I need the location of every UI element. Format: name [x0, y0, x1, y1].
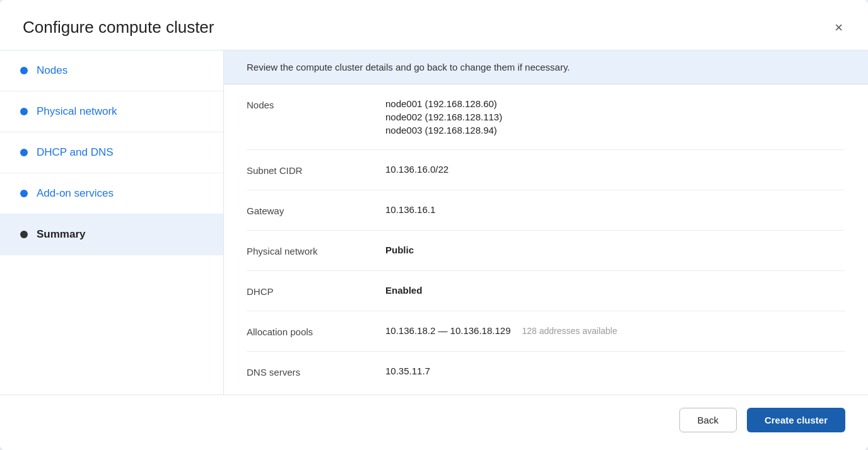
- sidebar-label-nodes: Nodes: [37, 64, 67, 77]
- detail-label-physical-network: Physical network: [247, 245, 385, 257]
- detail-value-nodes: node001 (192.168.128.60)node002 (192.168…: [385, 98, 502, 136]
- detail-value-allocation-pools: 10.136.18.2 — 10.136.18.129128 addresses…: [385, 325, 618, 336]
- detail-value-dhcp: Enabled: [385, 285, 422, 296]
- detail-row-subnet-cidr: Subnet CIDR10.136.16.0/22: [247, 150, 845, 190]
- details-table: Nodesnode001 (192.168.128.60)node002 (19…: [224, 84, 868, 395]
- detail-row-allocation-pools: Allocation pools10.136.18.2 — 10.136.18.…: [247, 311, 845, 352]
- detail-label-nodes: Nodes: [247, 98, 385, 110]
- sidebar-dot-physical-network: [20, 108, 28, 115]
- sidebar: NodesPhysical networkDHCP and DNSAdd-on …: [0, 50, 224, 395]
- detail-row-gateway: Gateway10.136.16.1: [247, 190, 845, 231]
- sidebar-label-dhcp-dns: DHCP and DNS: [37, 146, 114, 159]
- detail-row-nodes: Nodesnode001 (192.168.128.60)node002 (19…: [247, 84, 845, 150]
- sidebar-dot-summary: [20, 231, 28, 238]
- detail-label-dns-servers: DNS servers: [247, 366, 385, 378]
- detail-row-dns-servers: DNS servers10.35.11.7: [247, 352, 845, 391]
- dialog-body: NodesPhysical networkDHCP and DNSAdd-on …: [0, 50, 868, 395]
- sidebar-label-summary: Summary: [37, 228, 85, 241]
- detail-label-subnet-cidr: Subnet CIDR: [247, 164, 385, 176]
- sidebar-dot-dhcp-dns: [20, 149, 28, 156]
- info-bar-text: Review the compute cluster details and g…: [247, 62, 570, 72]
- dialog-footer: Back Create cluster: [0, 395, 868, 450]
- dialog-header: Configure compute cluster ×: [0, 0, 868, 50]
- detail-value-dns-servers: 10.35.11.7: [385, 366, 430, 376]
- sidebar-item-summary[interactable]: Summary: [0, 214, 223, 255]
- sidebar-item-add-on-services[interactable]: Add-on services: [0, 173, 223, 214]
- info-bar: Review the compute cluster details and g…: [224, 50, 868, 84]
- detail-label-allocation-pools: Allocation pools: [247, 325, 385, 337]
- back-button[interactable]: Back: [679, 408, 737, 432]
- sidebar-dot-nodes: [20, 67, 28, 74]
- close-button[interactable]: ×: [832, 18, 845, 37]
- detail-row-physical-network: Physical networkPublic: [247, 231, 845, 271]
- detail-label-gateway: Gateway: [247, 204, 385, 216]
- detail-hint-allocation-pools: 128 addresses available: [522, 326, 618, 336]
- sidebar-label-physical-network: Physical network: [37, 105, 117, 118]
- sidebar-dot-add-on-services: [20, 190, 28, 197]
- create-cluster-button[interactable]: Create cluster: [747, 408, 845, 432]
- configure-cluster-dialog: Configure compute cluster × NodesPhysica…: [0, 0, 868, 450]
- main-content: Review the compute cluster details and g…: [224, 50, 868, 395]
- detail-label-dhcp: DHCP: [247, 285, 385, 297]
- dialog-title: Configure compute cluster: [23, 18, 214, 37]
- detail-value-physical-network: Public: [385, 245, 414, 255]
- sidebar-label-add-on-services: Add-on services: [37, 187, 114, 200]
- sidebar-item-nodes[interactable]: Nodes: [0, 50, 223, 91]
- detail-value-gateway: 10.136.16.1: [385, 204, 435, 215]
- detail-value-subnet-cidr: 10.136.16.0/22: [385, 164, 449, 175]
- sidebar-item-physical-network[interactable]: Physical network: [0, 91, 223, 132]
- sidebar-item-dhcp-dns[interactable]: DHCP and DNS: [0, 132, 223, 173]
- detail-row-dhcp: DHCPEnabled: [247, 271, 845, 311]
